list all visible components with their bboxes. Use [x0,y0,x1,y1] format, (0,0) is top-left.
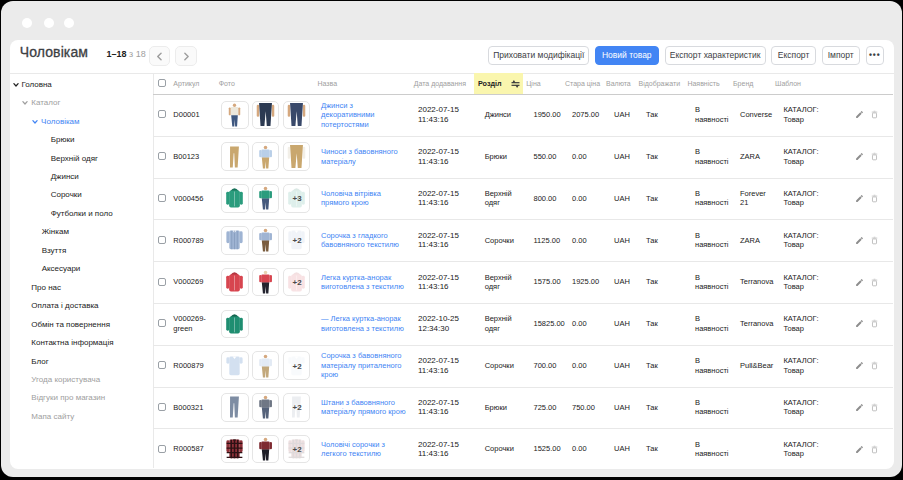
svg-text:+2: +2 [292,362,302,371]
svg-text:+2: +2 [292,445,302,454]
svg-text:+2: +2 [292,236,302,245]
svg-text:+2: +2 [292,278,302,287]
svg-text:+2: +2 [292,403,302,412]
svg-text:+3: +3 [292,195,302,204]
